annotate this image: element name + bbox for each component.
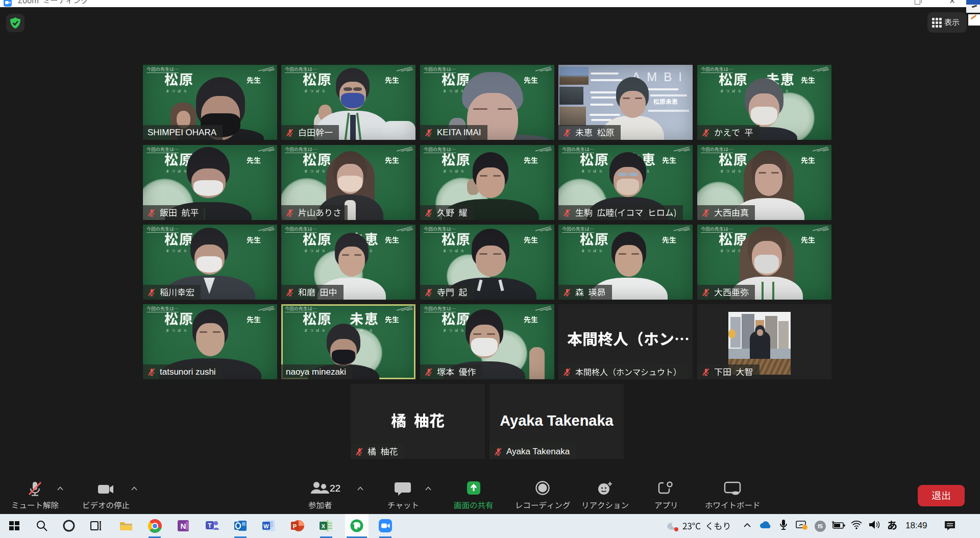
svg-text:N: N — [181, 522, 186, 530]
svg-text:T: T — [208, 522, 212, 529]
svg-text:W: W — [263, 523, 269, 529]
svg-text:P: P — [293, 523, 297, 529]
svg-text:X: X — [322, 523, 326, 529]
